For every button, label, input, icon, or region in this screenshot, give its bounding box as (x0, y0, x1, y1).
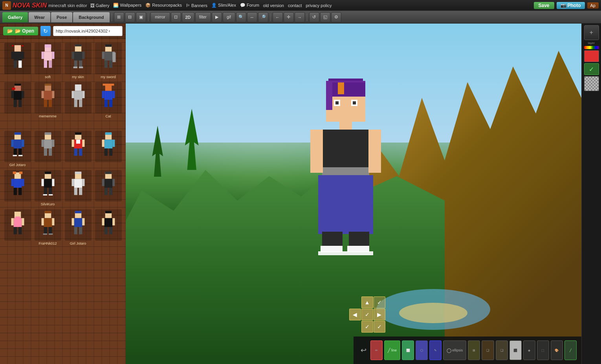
tool-pan[interactable]: ◱ (320, 12, 330, 22)
ap-button[interactable]: Ap (587, 2, 599, 9)
tool-brush-line[interactable]: ╱ (564, 340, 577, 360)
tool-2d[interactable]: 2D (182, 12, 194, 22)
arrow-ne[interactable]: ✓ (374, 296, 385, 308)
arrow-right[interactable]: ▶ (374, 309, 385, 320)
skin-item-20[interactable] (3, 209, 32, 246)
save-button[interactable]: Save (534, 2, 554, 9)
arrow-down-left[interactable]: ✓ (361, 321, 373, 333)
svg-rect-115 (74, 188, 77, 195)
skin-item-4[interactable] (3, 81, 32, 119)
skin-item-6[interactable] (64, 81, 92, 119)
undo-button[interactable]: ↩ (358, 346, 369, 355)
tool-view[interactable]: ⊟ (125, 12, 135, 22)
skin-item-0[interactable] (3, 42, 32, 80)
tool-vector[interactable]: ⬡ (416, 340, 428, 360)
nav-banners[interactable]: 🏳 Banners (186, 3, 207, 8)
arrow-up[interactable]: ▲ (361, 296, 373, 308)
skin-item-18[interactable] (64, 169, 92, 207)
skin-item-22[interactable]: Girl Jotaro (64, 209, 92, 246)
tool-move[interactable]: ✛ (284, 12, 294, 22)
skin-item-5[interactable]: mememme (33, 81, 62, 119)
tab-wear[interactable]: Wear (29, 12, 50, 22)
tool-rotate[interactable]: ↔ (247, 12, 257, 22)
refresh-button[interactable]: ↻ (40, 26, 51, 36)
tab-pose[interactable]: Pose (51, 12, 72, 22)
skin-item-3[interactable]: my sword (94, 42, 123, 80)
tool-zoom-in[interactable]: 🔍 (236, 12, 246, 22)
tool-select[interactable]: ⬚ (537, 340, 549, 360)
tool-palette[interactable]: 🎨 (551, 340, 563, 360)
nav-forum[interactable]: 💬 Forum (240, 3, 259, 8)
skin-item-13[interactable] (33, 130, 62, 168)
tool-eyedrop[interactable]: ◈ (523, 340, 535, 360)
tool-play[interactable]: ▶ (212, 12, 222, 22)
svg-rect-17 (74, 52, 82, 61)
svg-rect-23 (79, 67, 83, 68)
skin-item-16[interactable] (3, 169, 32, 207)
tool-filter[interactable]: filter (195, 12, 211, 22)
tool-pencil[interactable]: ✏ (370, 340, 383, 360)
skin-item-23[interactable] (94, 209, 123, 246)
color-gradient-bar[interactable] (584, 46, 599, 49)
skin-item-17[interactable]: SilviKuro (33, 169, 62, 207)
skin-item-15[interactable] (94, 130, 123, 168)
add-layer-button[interactable]: + (584, 25, 599, 40)
skin-preview-6 (68, 84, 88, 112)
skin-item-21[interactable]: FraHNk012 (33, 209, 62, 246)
color-swatch-red[interactable] (584, 50, 599, 62)
skin-item-19[interactable] (94, 169, 123, 207)
tool-gif[interactable]: gif (223, 12, 235, 22)
skin-item-8[interactable] (3, 121, 123, 128)
skin-item-14[interactable] (64, 130, 92, 168)
tab-background[interactable]: Background (73, 12, 109, 22)
skin-item-1[interactable]: soft (33, 42, 62, 80)
skin-preview-4 (8, 84, 27, 112)
svg-rect-59 (112, 91, 115, 99)
svg-rect-112 (74, 179, 82, 188)
tool-paste[interactable]: ❑ (496, 340, 508, 360)
tool-line[interactable]: ╱ line (384, 340, 400, 360)
tool-frame[interactable]: ▣ (136, 12, 146, 22)
tool-rotate-3d[interactable]: ↺ (309, 12, 319, 22)
tool-flood-fill[interactable]: ⬛ (509, 340, 522, 360)
nav-gallery[interactable]: 🖼 Gallery (90, 3, 110, 8)
svg-rect-106 (44, 188, 47, 195)
tool-copy[interactable]: ❏ (482, 340, 494, 360)
skin-item-12[interactable]: Girl Jotaro (3, 130, 32, 168)
svg-rect-130 (18, 227, 22, 234)
svg-rect-120 (102, 179, 104, 187)
svg-rect-127 (11, 218, 13, 226)
tool-ellipse[interactable]: ◯ ellipsis (443, 340, 466, 360)
nav-contact[interactable]: contact (288, 3, 302, 8)
tool-mirror[interactable]: mirror (150, 12, 170, 22)
tool-eraser[interactable]: ⬜ (402, 340, 414, 360)
skin-item-2[interactable]: my skin (64, 42, 92, 80)
nav-slim-alex[interactable]: 👤 Slim/Alex (211, 3, 236, 8)
tool-stamp[interactable]: ⊞ (468, 340, 480, 360)
svg-rect-57 (104, 91, 112, 100)
arrow-left[interactable]: ◀ (349, 309, 361, 320)
layer-visibility-on[interactable]: ✓ (584, 63, 599, 75)
tool-layer[interactable]: ⊡ (171, 12, 181, 22)
logo-sub: minecraft skin editor (48, 3, 87, 8)
skin-item-7[interactable]: Cat (94, 81, 123, 119)
tool-path[interactable]: ✎ (429, 340, 442, 360)
arrow-center[interactable]: ✓ (361, 309, 373, 320)
character-svg (306, 75, 385, 255)
tool-grid[interactable]: ⊞ (114, 12, 124, 22)
tool-settings[interactable]: ⚙ (331, 12, 341, 22)
nav-old-version[interactable]: old version (263, 3, 284, 8)
viewport[interactable]: ▲ ✓ ◀ ✓ ▶ ✓ ✓ ↩ ✏ ╱ line ⬜ (126, 24, 581, 364)
tool-back[interactable]: ← (273, 12, 283, 22)
url-input[interactable] (53, 26, 123, 36)
tool-zoom-out[interactable]: 🔎 (258, 12, 268, 22)
nav-privacy[interactable]: privacy policy (306, 3, 332, 8)
photo-button[interactable]: 📷 Photo (557, 2, 585, 9)
nav-resourcepacks[interactable]: 📦 Resourcepacks (145, 3, 182, 8)
nav-wallpapers[interactable]: 🌅 Wallpapers (113, 3, 141, 8)
layer-preview-transparent[interactable] (584, 76, 599, 91)
arrow-down-right[interactable]: ✓ (374, 321, 385, 333)
tab-gallery[interactable]: Gallery (2, 12, 28, 22)
open-button[interactable]: 📂 📂 Open (3, 27, 38, 35)
tool-forward[interactable]: → (295, 12, 305, 22)
